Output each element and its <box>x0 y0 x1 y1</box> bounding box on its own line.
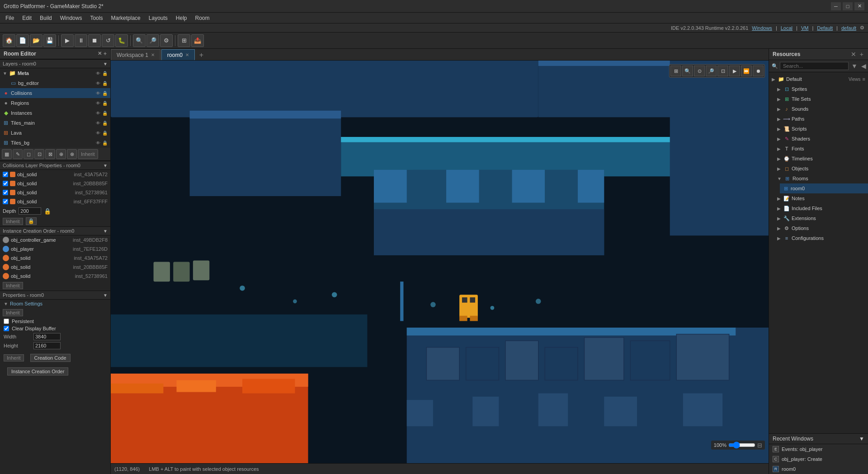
res-item-options[interactable]: ▶ ⚙ Options <box>774 223 868 233</box>
cv-playroom-btn[interactable]: ⏩ <box>741 66 752 76</box>
menu-file[interactable]: File <box>2 13 18 23</box>
collision-check-3[interactable] <box>3 190 8 195</box>
close-button[interactable]: ✕ <box>854 2 864 10</box>
clear-display-checkbox[interactable] <box>4 326 9 331</box>
tool-select2[interactable]: ⊗ <box>67 149 77 159</box>
ide-link-local[interactable]: Local <box>781 25 793 31</box>
res-item-included-files[interactable]: ▶ 📄 Included Files <box>774 203 868 213</box>
res-item-configurations[interactable]: ▶ ≡ Configurations <box>774 233 868 243</box>
tab-room0[interactable]: room0 ✕ <box>161 49 195 60</box>
toolbar-stop[interactable]: ⏹ <box>88 34 101 47</box>
resources-add-btn[interactable]: + <box>859 51 864 58</box>
layer-meta-folder[interactable]: ▼ 📁 Meta 👁 🔒 <box>0 68 110 78</box>
menu-help[interactable]: Help <box>172 13 191 23</box>
maximize-button[interactable]: □ <box>843 2 853 10</box>
res-item-paths[interactable]: ▶ ⟿ Paths <box>774 114 868 124</box>
res-item-objects[interactable]: ▶ ◻ Objects <box>774 164 868 174</box>
cv-zoom-in-btn[interactable]: 🔎 <box>706 66 717 76</box>
tool-rect[interactable]: ⊕ <box>56 149 66 159</box>
layer-regions[interactable]: ● Regions 👁 🔒 <box>0 98 110 108</box>
res-item-tilesets[interactable]: ▶ ⊞ Tile Sets <box>774 94 868 104</box>
depth-input[interactable] <box>19 207 41 215</box>
collision-check-2[interactable] <box>3 181 8 186</box>
tool-select[interactable]: ▦ <box>2 149 12 159</box>
cv-fit-btn[interactable]: ⊡ <box>717 66 728 76</box>
persistent-checkbox[interactable] <box>4 319 9 324</box>
minimize-button[interactable]: ─ <box>831 2 841 10</box>
resource-search-input[interactable] <box>780 62 849 70</box>
tiles-bg-eye-icon[interactable]: 👁 <box>96 141 100 145</box>
instances-eye-icon[interactable]: 👁 <box>96 111 100 116</box>
recent-item-room0[interactable]: R room0 <box>769 464 868 474</box>
layer-lava[interactable]: ⊞ Lava 👁 🔒 <box>0 128 110 138</box>
menu-tools[interactable]: Tools <box>86 13 106 23</box>
views-menu-icon[interactable]: ≡ <box>863 76 865 82</box>
tool-inherit[interactable]: Inherit <box>78 149 98 159</box>
bottom-inherit-btn[interactable]: Inherit <box>4 354 24 361</box>
res-item-sounds[interactable]: ▶ ♪ Sounds <box>774 104 868 114</box>
toolbar-export[interactable]: 📤 <box>191 34 204 47</box>
toolbar-pause[interactable]: ⏸ <box>75 34 87 47</box>
tool-erase[interactable]: ◻ <box>24 149 33 159</box>
inst-item-solid1[interactable]: obj_solid inst_43A75A72 <box>0 253 110 263</box>
cv-zoom-out-btn[interactable]: 🔍 <box>682 66 693 76</box>
layer-collisions[interactable]: ● Collisions 👁 🔒 <box>0 88 110 98</box>
layers-header[interactable]: Layers - room0 ▼ <box>0 59 110 68</box>
tab-workspace1[interactable]: Workspace 1 ✕ <box>111 49 160 60</box>
inst-item-controller[interactable]: obj_controller_game inst_49BDB2F8 <box>0 235 110 244</box>
zoom-slider[interactable] <box>728 441 755 449</box>
room-editor-add[interactable]: + <box>104 51 107 57</box>
collision-check-1[interactable] <box>3 172 8 177</box>
toolbar-home[interactable]: 🏠 <box>3 34 15 47</box>
tab-room0-close[interactable]: ✕ <box>185 52 189 57</box>
toolbar-settings[interactable]: ⚙ <box>160 34 173 47</box>
properties-header[interactable]: Properties - room0 ▼ <box>0 291 110 300</box>
nav-back-btn[interactable]: ◀ <box>860 62 867 70</box>
tool-paint[interactable]: ✎ <box>13 149 23 159</box>
room-editor-close[interactable]: ✕ <box>98 51 102 57</box>
toolbar-new[interactable]: 📄 <box>16 34 29 47</box>
toolbar-restart[interactable]: ↺ <box>102 34 114 47</box>
res-item-notes[interactable]: ▶ 📝 Notes <box>774 193 868 203</box>
inherit-settings-btn[interactable]: Inherit <box>3 309 23 316</box>
instance-creation-order-button[interactable]: Instance Creation Order <box>7 367 68 375</box>
inst-order-arrow[interactable]: ▼ <box>103 229 108 234</box>
tool-line[interactable]: ⊠ <box>45 149 55 159</box>
inst-item-solid2[interactable]: obj_solid inst_20BBB85F <box>0 263 110 272</box>
ide-link-vm[interactable]: VM <box>801 25 809 31</box>
toolbar-zoom-in[interactable]: 🔎 <box>146 34 159 47</box>
res-item-rooms[interactable]: ▼ ⊞ Rooms <box>774 174 868 183</box>
ide-link-default[interactable]: Default <box>817 25 833 31</box>
height-input[interactable] <box>33 342 61 349</box>
collision-check-4[interactable] <box>3 199 8 204</box>
layers-collapse-arrow[interactable]: ▼ <box>103 61 108 66</box>
recent-windows-header[interactable]: Recent Windows ▼ <box>769 434 868 444</box>
toolbar-save[interactable]: 💾 <box>43 34 56 47</box>
layer-tiles-bg[interactable]: ⊞ Tiles_bg 👁 🔒 <box>0 138 110 148</box>
res-item-sprites[interactable]: ▶ ⊡ Sprites <box>774 84 868 94</box>
cv-record-btn[interactable]: ⏺ <box>753 66 764 76</box>
cv-play-btn[interactable]: ▶ <box>729 66 740 76</box>
recent-item-create[interactable]: C obj_player: Create <box>769 454 868 464</box>
tab-workspace1-close[interactable]: ✕ <box>151 52 155 57</box>
res-item-default[interactable]: ▶ 📁 Default Views ≡ <box>769 74 868 84</box>
ide-gear-icon[interactable]: ⚙ <box>860 25 864 31</box>
cv-grid-btn[interactable]: ⊞ <box>670 66 681 76</box>
inst-item-solid3[interactable]: obj_solid inst_52738961 <box>0 272 110 281</box>
toolbar-play[interactable]: ▶ <box>61 34 74 47</box>
layer-tiles-main[interactable]: ⊞ Tiles_main 👁 🔒 <box>0 118 110 128</box>
cv-zoom-reset-btn[interactable]: ⊙ <box>694 66 705 76</box>
meta-eye-icon[interactable]: 👁 <box>96 71 100 76</box>
res-item-fonts[interactable]: ▶ T Fonts <box>774 144 868 154</box>
lava-eye-icon[interactable]: 👁 <box>96 131 100 136</box>
recent-item-events[interactable]: E Events: obj_player <box>769 444 868 454</box>
menu-build[interactable]: Build <box>36 13 56 23</box>
views-button[interactable]: Views <box>849 77 861 82</box>
menu-edit[interactable]: Edit <box>19 13 35 23</box>
ide-link-default2[interactable]: default <box>841 25 856 31</box>
region-eye-icon[interactable]: 👁 <box>96 101 100 106</box>
toolbar-grid[interactable]: ⊞ <box>178 34 190 47</box>
width-input[interactable] <box>33 333 61 340</box>
inherit-inst-btn[interactable]: Inherit <box>3 282 23 289</box>
resources-close-btn[interactable]: ✕ <box>850 51 857 58</box>
